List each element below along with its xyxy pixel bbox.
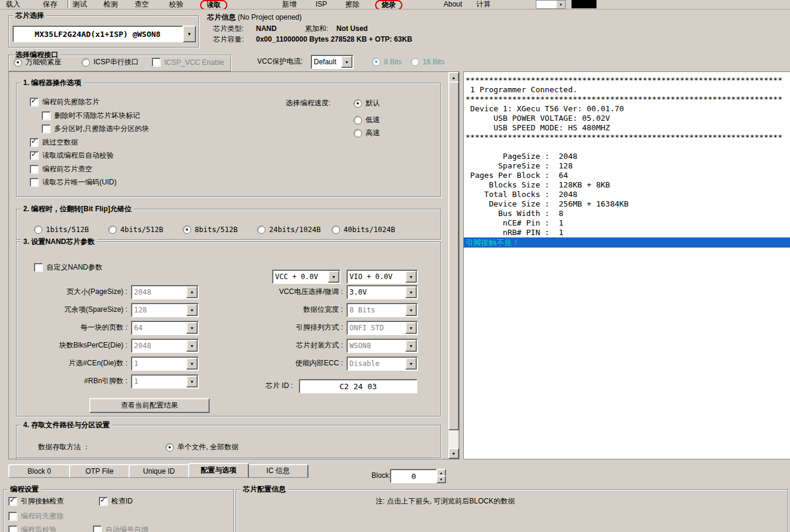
tab-otp-file[interactable]: OTP File bbox=[69, 464, 130, 478]
chip-select-title: 芯片选择 bbox=[13, 11, 46, 20]
combo-value: 3.0V bbox=[347, 286, 405, 299]
radio-8bits-512b[interactable]: ● 8bits/512B bbox=[183, 225, 238, 234]
program-settings-group: 编程设置 ✓ 引脚接触检查 ✓ 检查ID 编程前先擦除 编程后校验 自动编号自增 bbox=[3, 489, 234, 532]
toolbar-button-blank-check[interactable]: 查空 bbox=[135, 1, 149, 8]
chevron-down-icon[interactable]: ▼ bbox=[405, 286, 417, 298]
checkbox-skip-blank-data[interactable]: ✓ 跳过空数据 bbox=[30, 138, 78, 147]
radio-speed-default[interactable]: ● 默认 bbox=[354, 99, 380, 108]
block-label: Block: bbox=[371, 471, 391, 480]
radio-icsp-serial[interactable]: ICSP串行接口 bbox=[82, 58, 139, 67]
radio-4bits-512b[interactable]: 4bits/512B bbox=[108, 225, 163, 234]
toolbar-button-read[interactable]: 读取 bbox=[200, 0, 227, 10]
chip-info-subtitle: (No Project opened) bbox=[238, 13, 301, 21]
radio-8-bits[interactable]: ● 8 Bits bbox=[372, 57, 402, 66]
data-width-combobox[interactable]: 8 Bits ▼ bbox=[346, 303, 418, 317]
radio-icon bbox=[354, 129, 362, 137]
toolbar-button-verify[interactable]: 校验 bbox=[169, 1, 183, 8]
toolbar-button-add[interactable]: 新增 bbox=[282, 1, 296, 8]
vcc-offset-combobox[interactable]: VCC + 0.0V ▼ bbox=[272, 270, 341, 284]
scrollbar-thumb[interactable] bbox=[448, 82, 459, 430]
checkbox-keep-badblock-marks[interactable]: 删除时不清除芯片坏块标记 bbox=[42, 111, 140, 120]
checkbox-read-uid[interactable]: 读取芯片唯一编码(UID) bbox=[30, 178, 117, 187]
check-mark: ✓ bbox=[100, 496, 106, 505]
spinner-down-button[interactable]: ▼ bbox=[436, 475, 446, 483]
checkbox-icon bbox=[8, 512, 17, 521]
checkbox-blank-check-before-program[interactable]: 编程前芯片查空 bbox=[30, 165, 92, 174]
view-config-button[interactable]: 查看当前配置结果 bbox=[89, 398, 210, 413]
pin-layout-combobox[interactable]: ONFI STD ▼ bbox=[346, 321, 418, 335]
radio-icon: ● bbox=[14, 58, 22, 67]
combo-value: 1 bbox=[132, 375, 186, 388]
chevron-down-icon[interactable]: ▼ bbox=[405, 358, 417, 370]
checkbox-custom-nand-params[interactable]: 自定义NAND参数 bbox=[34, 263, 102, 272]
radio-1bits-512b[interactable]: 1bits/512B bbox=[34, 225, 89, 234]
chip-id-field[interactable]: C2 24 03 bbox=[299, 379, 417, 393]
toolbar-button-program[interactable]: 烧录 bbox=[375, 0, 402, 10]
checkbox-serial-auto-increment[interactable]: 自动编号自增 bbox=[93, 525, 148, 532]
toolbar-button-calculator[interactable]: 计算 bbox=[476, 1, 491, 8]
toolbar-button-save[interactable]: 保存 bbox=[43, 1, 57, 8]
checkbox-label: 删除时不清除芯片坏块标记 bbox=[54, 111, 140, 121]
checkbox-erase-selected-partition-only[interactable]: 多分区时,只擦除选中分区的块 bbox=[42, 124, 149, 133]
checkbox-erase-before-program[interactable]: ✓ 编程前先擦除芯片 bbox=[30, 98, 99, 107]
up-arrow-icon: ▲ bbox=[452, 76, 456, 80]
chevron-down-icon[interactable]: ▼ bbox=[328, 271, 339, 283]
checkbox-verify-after-program[interactable]: 编程后校验 bbox=[8, 525, 57, 532]
scrollbar-down-button[interactable]: ▼ bbox=[448, 448, 459, 459]
radio-16-bits[interactable]: 16 Bits bbox=[411, 57, 445, 66]
chevron-down-icon[interactable]: ▼ bbox=[405, 322, 417, 334]
toolbar-button-about[interactable]: About bbox=[444, 1, 462, 8]
toolbar: 载入 保存 测试 检测 查空 校验 读取 新增 ISP 擦除 烧录 About … bbox=[0, 0, 790, 10]
toolbar-button-test[interactable]: 测试 bbox=[73, 1, 87, 8]
group-title: 2. 编程时，位翻转[Bit Flip]允错位 bbox=[21, 205, 134, 213]
spare-size-label: 冗余项(SpareSize) : bbox=[19, 305, 127, 314]
checkbox-label: 跳过空数据 bbox=[42, 137, 78, 148]
chip-id-value: C2 24 03 bbox=[339, 382, 377, 391]
radio-40bits-1024b[interactable]: 40bits/1024B bbox=[332, 225, 395, 234]
tab-unique-id[interactable]: Unique ID bbox=[129, 464, 189, 478]
chevron-down-icon[interactable]: ▼ bbox=[405, 304, 417, 316]
block-input[interactable]: 0 bbox=[390, 469, 438, 483]
checkbox-icon: ✓ bbox=[30, 98, 39, 107]
toolbar-button-detect[interactable]: 检测 bbox=[104, 1, 118, 8]
radio-single-file-all-data[interactable]: ● 单个文件, 全部数据 bbox=[166, 443, 239, 452]
combo-value: 8 Bits bbox=[347, 303, 405, 317]
checkbox-label: 检查ID bbox=[111, 496, 133, 506]
internal-ecc-combobox[interactable]: Disable ▼ bbox=[346, 356, 418, 371]
package-combobox[interactable]: WSON8 ▼ bbox=[346, 339, 418, 353]
pages-per-block-label: 每一块的页数 : bbox=[19, 323, 127, 332]
chevron-down-icon[interactable]: ▼ bbox=[405, 340, 417, 352]
toolbar-dropdown[interactable]: ▼ bbox=[536, 0, 566, 9]
vcc-current-combobox[interactable]: Default ▼ bbox=[311, 55, 354, 69]
radio-label: 万能锁紧座 bbox=[26, 57, 61, 67]
chevron-down-icon[interactable]: ▼ bbox=[341, 56, 352, 68]
toolbar-button-erase[interactable]: 擦除 bbox=[345, 1, 360, 8]
checkbox-icsp-vcc-enable[interactable]: ICSP_VCC Enable bbox=[152, 58, 224, 67]
toolbar-button-isp[interactable]: ISP bbox=[316, 1, 327, 8]
chevron-down-icon[interactable]: ▼ bbox=[405, 271, 417, 283]
tab-config-options[interactable]: 配置与选项 bbox=[188, 463, 249, 478]
radio-speed-low[interactable]: 低速 bbox=[354, 115, 380, 124]
chip-select-dropdown-button[interactable]: ▼ bbox=[183, 26, 196, 42]
capacity-value: 0x00_11000000 Bytes 278528 KB + OTP: 63K… bbox=[256, 35, 413, 44]
vio-offset-combobox[interactable]: VIO + 0.0V ▼ bbox=[346, 270, 418, 284]
toolbar-button-load[interactable]: 载入 bbox=[6, 1, 20, 8]
checkbox-icon bbox=[30, 178, 39, 187]
checkbox-erase-first[interactable]: 编程前先擦除 bbox=[8, 512, 64, 521]
checkbox-auto-verify[interactable]: ✓ 读取或编程后自动校验 bbox=[30, 151, 114, 160]
checkbox-check-id[interactable]: ✓ 检查ID bbox=[99, 497, 133, 506]
checkbox-pin-contact-check[interactable]: ✓ 引脚接触检查 bbox=[8, 497, 64, 506]
group-title: 3. 设置NAND芯片参数 bbox=[21, 237, 97, 246]
radio-universal-socket[interactable]: ● 万能锁紧座 bbox=[14, 58, 61, 67]
panel-scrollbar[interactable]: ▲ ▼ bbox=[448, 72, 458, 458]
vcc-current-label: VCC保护电流: bbox=[257, 57, 303, 66]
vcc-voltage-combobox[interactable]: 3.0V ▼ bbox=[346, 285, 418, 299]
toolbar-separator bbox=[67, 0, 70, 8]
combo-value: VCC + 0.0V bbox=[273, 270, 328, 283]
tab-ic-info[interactable]: IC 信息 bbox=[248, 464, 308, 478]
chip-select-combobox[interactable]: MX35LF2G24AD(x1+ISP) @WSON8 bbox=[13, 26, 183, 42]
block-spinner[interactable]: ▲ ▼ bbox=[436, 469, 445, 482]
radio-24bits-1024b[interactable]: 24bits/1024B bbox=[257, 225, 321, 234]
radio-speed-high[interactable]: 高速 bbox=[354, 129, 380, 137]
tab-block0[interactable]: Block 0 bbox=[8, 464, 70, 478]
